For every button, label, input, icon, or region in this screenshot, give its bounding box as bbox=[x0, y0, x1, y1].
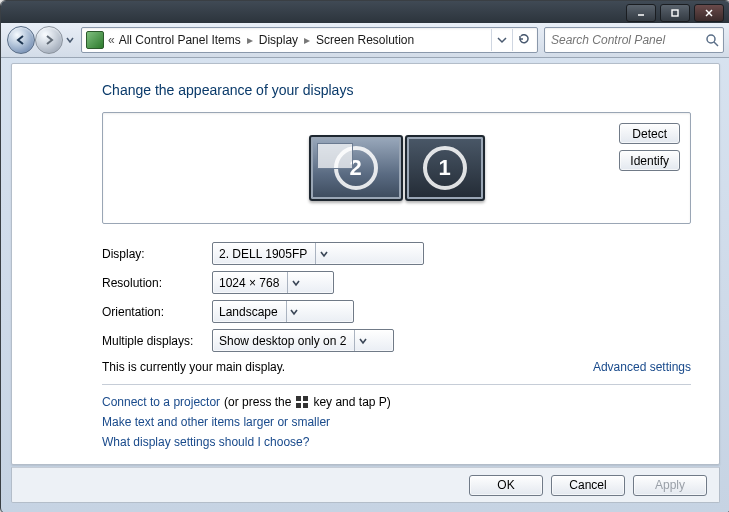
search-box[interactable] bbox=[544, 27, 724, 53]
separator bbox=[102, 384, 691, 385]
maximize-button[interactable] bbox=[660, 4, 690, 22]
breadcrumb-root[interactable]: « bbox=[108, 33, 115, 47]
command-bar: OK Cancel Apply bbox=[11, 467, 720, 503]
orientation-select[interactable]: Landscape bbox=[212, 300, 354, 323]
display-select[interactable]: 2. DELL 1905FP bbox=[212, 242, 424, 265]
chevron-down-icon bbox=[287, 272, 303, 293]
ok-button[interactable]: OK bbox=[469, 475, 543, 496]
control-panel-icon bbox=[86, 31, 104, 49]
forward-button[interactable] bbox=[35, 26, 63, 54]
chevron-right-icon: ▸ bbox=[302, 33, 312, 47]
address-dropdown-button[interactable] bbox=[491, 29, 512, 51]
svg-rect-6 bbox=[296, 396, 301, 401]
svg-rect-1 bbox=[672, 10, 678, 16]
text-size-link[interactable]: Make text and other items larger or smal… bbox=[102, 415, 330, 429]
address-bar[interactable]: « All Control Panel Items ▸ Display ▸ Sc… bbox=[81, 27, 538, 53]
svg-line-5 bbox=[714, 42, 718, 46]
chevron-down-icon bbox=[286, 301, 302, 322]
monitor-1-thumbnail[interactable]: 1 bbox=[405, 135, 485, 201]
back-button[interactable] bbox=[7, 26, 35, 54]
orientation-select-value: Landscape bbox=[219, 305, 278, 319]
chevron-right-icon: ▸ bbox=[245, 33, 255, 47]
multiple-displays-select[interactable]: Show desktop only on 2 bbox=[212, 329, 394, 352]
orientation-label: Orientation: bbox=[102, 305, 212, 319]
navigation-bar: « All Control Panel Items ▸ Display ▸ Sc… bbox=[1, 23, 729, 58]
recent-locations-button[interactable] bbox=[65, 36, 75, 44]
connect-projector-link[interactable]: Connect to a projector bbox=[102, 395, 220, 409]
display-settings-help-link[interactable]: What display settings should I choose? bbox=[102, 435, 309, 449]
resolution-select-value: 1024 × 768 bbox=[219, 276, 279, 290]
resolution-label: Resolution: bbox=[102, 276, 212, 290]
detect-button[interactable]: Detect bbox=[619, 123, 680, 144]
title-bar bbox=[1, 1, 729, 23]
apply-button[interactable]: Apply bbox=[633, 475, 707, 496]
display-label: Display: bbox=[102, 247, 212, 261]
breadcrumb-item[interactable]: Screen Resolution bbox=[316, 33, 414, 47]
projector-hint-b: key and tap P) bbox=[313, 395, 390, 409]
search-icon bbox=[705, 33, 719, 47]
chevron-down-icon bbox=[315, 243, 331, 264]
page-title: Change the appearance of your displays bbox=[102, 82, 691, 98]
breadcrumb-item[interactable]: All Control Panel Items bbox=[119, 33, 241, 47]
projector-hint-a: (or press the bbox=[224, 395, 291, 409]
multiple-displays-select-value: Show desktop only on 2 bbox=[219, 334, 346, 348]
monitor-number: 2 bbox=[349, 155, 361, 181]
cancel-button[interactable]: Cancel bbox=[551, 475, 625, 496]
multiple-displays-label: Multiple displays: bbox=[102, 334, 212, 348]
svg-rect-7 bbox=[303, 396, 308, 401]
breadcrumb-item[interactable]: Display bbox=[259, 33, 298, 47]
main-display-note: This is currently your main display. bbox=[102, 360, 285, 374]
svg-rect-9 bbox=[303, 403, 308, 408]
monitor-2-thumbnail[interactable]: 2 bbox=[309, 135, 403, 201]
chevron-down-icon bbox=[354, 330, 370, 351]
advanced-settings-link[interactable]: Advanced settings bbox=[593, 360, 691, 374]
display-preview: 2 1 Detect Identify bbox=[102, 112, 691, 224]
content-panel: Change the appearance of your displays 2… bbox=[11, 63, 720, 465]
search-input[interactable] bbox=[549, 32, 705, 48]
close-button[interactable] bbox=[694, 4, 724, 22]
minimize-button[interactable] bbox=[626, 4, 656, 22]
display-select-value: 2. DELL 1905FP bbox=[219, 247, 307, 261]
window-frame: « All Control Panel Items ▸ Display ▸ Sc… bbox=[0, 0, 729, 512]
monitor-number: 1 bbox=[438, 155, 450, 181]
refresh-button[interactable] bbox=[512, 29, 533, 51]
windows-key-icon bbox=[295, 395, 309, 409]
svg-rect-8 bbox=[296, 403, 301, 408]
resolution-select[interactable]: 1024 × 768 bbox=[212, 271, 334, 294]
svg-point-4 bbox=[707, 35, 715, 43]
identify-button[interactable]: Identify bbox=[619, 150, 680, 171]
